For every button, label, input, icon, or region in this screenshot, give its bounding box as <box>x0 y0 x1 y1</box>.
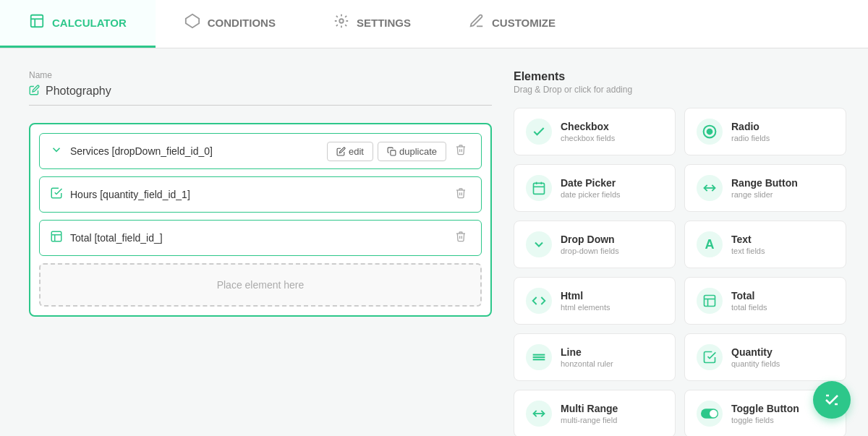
delete-button-total[interactable] <box>451 228 471 248</box>
svg-rect-6 <box>51 231 61 241</box>
quantity-desc: quantity fields <box>731 359 780 368</box>
calculator-icon <box>29 13 45 33</box>
element-card-line[interactable]: Line honzontal ruler <box>514 333 676 381</box>
builder-box: Services [dropDown_field_id_0] edit <box>29 123 492 317</box>
date-picker-name: Date Picker <box>561 177 621 189</box>
fab-button[interactable] <box>813 381 851 419</box>
quantity-field-icon <box>50 187 63 202</box>
line-name: Line <box>561 346 613 358</box>
right-panel: Elements Drag & Drop or click for adding… <box>514 70 846 436</box>
name-label: Name <box>29 70 492 80</box>
field-actions-services: edit duplicate <box>327 141 471 161</box>
placeholder-text: Place element here <box>217 279 305 291</box>
html-icon <box>526 288 552 314</box>
line-icon <box>526 344 552 370</box>
text-name: Text <box>731 234 765 245</box>
svg-rect-16 <box>705 296 715 307</box>
element-card-total[interactable]: Total total fields <box>684 277 846 325</box>
elements-grid: Checkbox checkbox fields Radio radio fie… <box>514 108 846 436</box>
elements-subtitle: Drag & Drop or click for adding <box>514 85 846 95</box>
field-label-total: Total [total_field_id_] <box>70 232 163 244</box>
line-desc: honzontal ruler <box>561 359 613 368</box>
element-card-checkbox[interactable]: Checkbox checkbox fields <box>514 108 676 155</box>
element-card-range-button[interactable]: Range Button range slider <box>684 164 846 212</box>
quantity-name: Quantity <box>731 346 780 358</box>
svg-rect-0 <box>31 15 43 27</box>
checkbox-desc: checkbox fields <box>561 134 615 142</box>
radio-desc: radio fields <box>731 134 770 142</box>
svg-marker-3 <box>186 14 199 27</box>
toggle-button-icon <box>697 401 723 427</box>
field-row-total[interactable]: Total [total_field_id_] <box>39 220 482 256</box>
name-input-row: Photography <box>29 85 492 106</box>
main-content: Name Photography Servi <box>0 48 868 436</box>
drop-down-desc: drop-down fields <box>561 247 619 255</box>
svg-point-10 <box>707 129 712 134</box>
field-left-hours: Hours [quantity_field_id_1] <box>50 187 190 202</box>
duplicate-label: duplicate <box>399 146 437 157</box>
edit-label: edit <box>349 146 364 157</box>
settings-icon <box>333 13 349 33</box>
radio-name: Radio <box>731 121 770 132</box>
tab-conditions[interactable]: CONDITIONS <box>156 0 305 48</box>
tab-conditions-label: CONDITIONS <box>208 17 276 29</box>
drop-placeholder[interactable]: Place element here <box>39 263 482 307</box>
svg-point-4 <box>339 19 344 23</box>
date-picker-icon <box>526 175 552 201</box>
total-elem-desc: total fields <box>731 303 767 312</box>
tab-settings-label: SETTINGS <box>357 17 411 29</box>
toggle-button-desc: toggle fields <box>731 416 799 424</box>
element-card-html[interactable]: Html html elements <box>514 277 676 325</box>
multi-range-name: Multi Range <box>561 403 618 414</box>
field-label-services: Services [dropDown_field_id_0] <box>70 145 213 157</box>
edit-button[interactable]: edit <box>327 142 373 161</box>
element-card-radio[interactable]: Radio radio fields <box>684 108 846 155</box>
delete-button-hours[interactable] <box>451 184 471 205</box>
customize-icon <box>469 13 485 33</box>
svg-point-24 <box>710 410 718 418</box>
total-elem-name: Total <box>731 290 767 302</box>
radio-icon <box>697 119 723 145</box>
checkbox-name: Checkbox <box>561 121 615 132</box>
field-row-hours[interactable]: Hours [quantity_field_id_1] <box>39 176 482 213</box>
tab-calculator-label: CALCULATOR <box>52 17 127 29</box>
element-card-text[interactable]: A Text text fields <box>684 221 846 268</box>
checkbox-icon <box>526 119 552 145</box>
range-button-name: Range Button <box>731 177 798 189</box>
date-picker-desc: date picker fields <box>561 190 621 199</box>
svg-rect-11 <box>534 183 545 194</box>
element-card-date-picker[interactable]: Date Picker date picker fields <box>514 164 676 212</box>
dropdown-icon <box>50 143 63 159</box>
svg-rect-5 <box>391 150 396 155</box>
quantity-elem-icon <box>697 344 723 370</box>
tab-calculator[interactable]: CALCULATOR <box>0 0 156 48</box>
multi-range-desc: multi-range field <box>561 416 618 424</box>
name-edit-icon <box>29 85 40 98</box>
tab-customize-label: CUSTOMIZE <box>492 17 556 29</box>
tab-customize[interactable]: CUSTOMIZE <box>440 0 584 48</box>
html-name: Html <box>561 290 610 302</box>
field-label-hours: Hours [quantity_field_id_1] <box>70 189 190 200</box>
conditions-icon <box>184 13 200 33</box>
delete-button-services[interactable] <box>451 141 471 161</box>
field-left-total: Total [total_field_id_] <box>50 230 163 246</box>
field-row-services[interactable]: Services [dropDown_field_id_0] edit <box>39 133 482 169</box>
toggle-button-name: Toggle Button <box>731 403 799 414</box>
drop-down-name: Drop Down <box>561 234 619 245</box>
text-desc: text fields <box>731 247 765 255</box>
element-card-drop-down[interactable]: Drop Down drop-down fields <box>514 221 676 268</box>
drop-down-icon <box>526 231 552 257</box>
range-button-icon <box>697 175 723 201</box>
element-card-multi-range[interactable]: Multi Range multi-range field <box>514 390 676 436</box>
tab-settings[interactable]: SETTINGS <box>305 0 440 48</box>
multi-range-icon <box>526 401 552 427</box>
range-button-desc: range slider <box>731 190 798 199</box>
total-elem-icon <box>697 288 723 314</box>
name-value: Photography <box>46 85 111 98</box>
html-desc: html elements <box>561 303 610 312</box>
total-field-icon <box>50 230 63 246</box>
left-panel: Name Photography Servi <box>29 70 492 436</box>
duplicate-button[interactable]: duplicate <box>378 142 446 161</box>
text-field-icon: A <box>697 231 723 257</box>
element-card-quantity[interactable]: Quantity quantity fields <box>684 333 846 381</box>
